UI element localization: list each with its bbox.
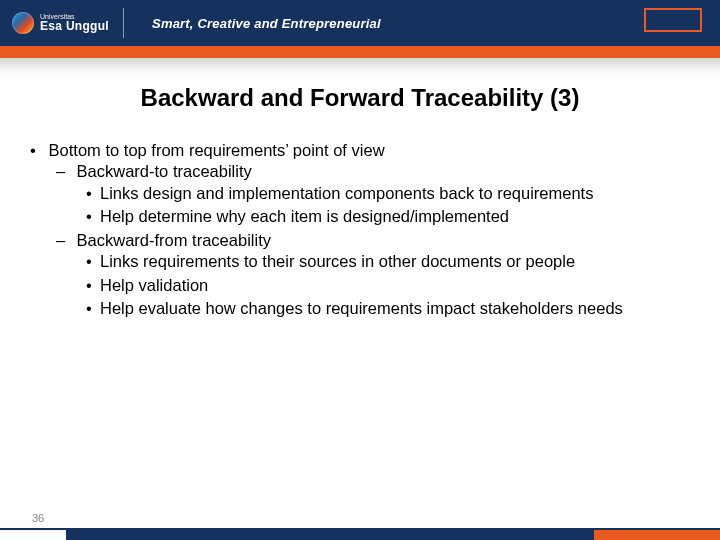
bullet-l3-text: Links requirements to their sources in o… bbox=[100, 252, 575, 270]
header-tagline: Smart, Creative and Entrepreneurial bbox=[152, 16, 381, 31]
slide-header: Universitas Esa Unggul Smart, Creative a… bbox=[0, 0, 720, 46]
logo-university-label: Universitas bbox=[40, 13, 109, 20]
footer-bar-right bbox=[594, 530, 720, 540]
slide-content: Bottom to top from requirements’ point o… bbox=[0, 140, 720, 320]
bullet-l2: Backward-from traceability Links require… bbox=[72, 230, 696, 320]
footer-bar-left bbox=[0, 530, 66, 540]
bullet-l3: Links design and implementation componen… bbox=[100, 183, 696, 204]
bullet-l3: Links requirements to their sources in o… bbox=[100, 251, 696, 272]
slide-footer bbox=[0, 528, 720, 540]
bullet-l3-text: Help determine why each item is designed… bbox=[100, 207, 509, 225]
slide-title: Backward and Forward Traceability (3) bbox=[0, 84, 720, 112]
bullet-l3-text: Links design and implementation componen… bbox=[100, 184, 593, 202]
bullet-l2-text: Backward-to traceability bbox=[77, 162, 252, 180]
bullet-l1: Bottom to top from requirements’ point o… bbox=[44, 140, 696, 320]
bullet-l3-text: Help validation bbox=[100, 276, 208, 294]
logo-block: Universitas Esa Unggul bbox=[0, 0, 138, 46]
page-number: 36 bbox=[32, 512, 44, 524]
bullet-l2: Backward-to traceability Links design an… bbox=[72, 161, 696, 227]
bullet-l3-text: Help evaluate how changes to requirement… bbox=[100, 299, 623, 317]
bullet-l1-text: Bottom to top from requirements’ point o… bbox=[49, 141, 385, 159]
header-orange-band bbox=[0, 46, 720, 58]
bullet-l3: Help evaluate how changes to requirement… bbox=[100, 298, 696, 319]
logo-divider bbox=[123, 8, 124, 38]
logo-name-label: Esa Unggul bbox=[40, 20, 109, 33]
bullet-l3: Help validation bbox=[100, 275, 696, 296]
footer-bar bbox=[0, 530, 720, 540]
header-accent-box bbox=[644, 8, 702, 32]
logo-text: Universitas Esa Unggul bbox=[40, 13, 109, 33]
bullet-l3: Help determine why each item is designed… bbox=[100, 206, 696, 227]
bullet-l2-text: Backward-from traceability bbox=[77, 231, 271, 249]
logo-icon bbox=[12, 12, 34, 34]
footer-bar-mid bbox=[66, 530, 594, 540]
header-shadow bbox=[0, 58, 720, 78]
